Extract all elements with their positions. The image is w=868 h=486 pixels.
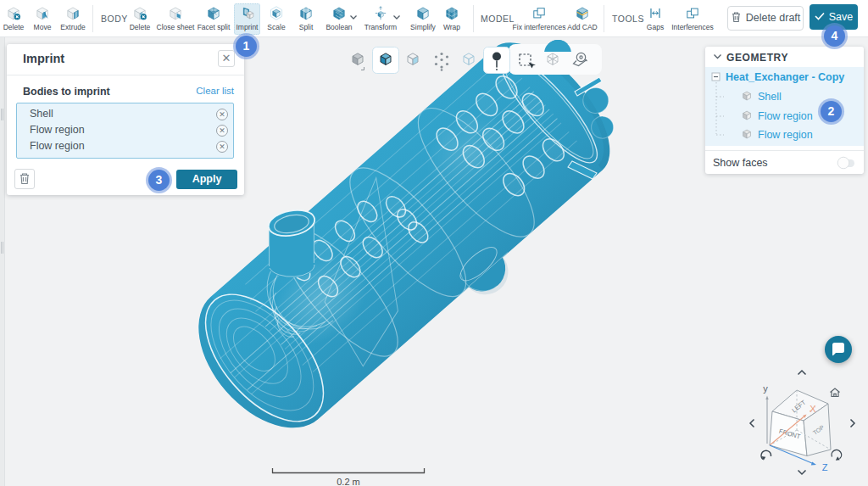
svg-text:0.2 m: 0.2 m — [337, 477, 360, 486]
svg-text:Z: Z — [822, 462, 828, 472]
svg-text:y: y — [763, 383, 768, 394]
